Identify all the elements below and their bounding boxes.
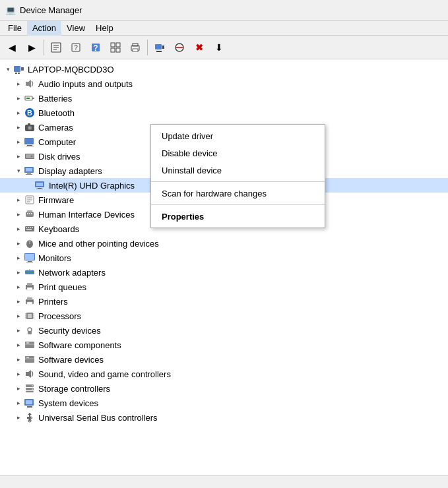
- svg-rect-9: [116, 43, 120, 47]
- svg-rect-45: [26, 174, 32, 175]
- svg-rect-101: [26, 372, 28, 376]
- label-softwaredevices: Software devices: [38, 355, 104, 365]
- scan-button[interactable]: [150, 38, 169, 57]
- expand-btn-processors[interactable]: ▸: [13, 311, 24, 321]
- print-button[interactable]: [126, 38, 144, 57]
- expand-btn-bluetooth[interactable]: ▸: [13, 107, 24, 118]
- label-root: LAPTOP-MQBCDD3O: [28, 65, 114, 75]
- tree-item-bluetooth[interactable]: ▸BBluetooth: [0, 106, 448, 120]
- label-audio: Audio inputs and outputs: [38, 79, 133, 89]
- svg-rect-94: [28, 331, 32, 334]
- tree-item-softwaredevices[interactable]: ▸Software devices: [0, 352, 448, 367]
- expand-btn-security[interactable]: ▸: [13, 325, 24, 336]
- uninstall-button[interactable]: ✖: [190, 38, 208, 57]
- context-separator-2: [151, 204, 325, 205]
- tree-item-mice[interactable]: ▸Mice and other pointing devices: [0, 236, 448, 251]
- app-title: Device Manager: [20, 5, 82, 15]
- icon-audio: [24, 78, 36, 90]
- tree-item-usb[interactable]: ▸Universal Serial Bus controllers: [0, 410, 448, 425]
- expand-btn-diskdrives[interactable]: ▸: [13, 151, 24, 162]
- properties-button[interactable]: [47, 38, 65, 57]
- tree-item-systemdevices[interactable]: ▸System devices: [0, 396, 448, 410]
- icon-printers: [24, 295, 36, 307]
- icon-sound: [24, 368, 36, 380]
- tree-item-networkadapters[interactable]: ▸Network adapters: [0, 265, 448, 280]
- svg-rect-21: [14, 66, 20, 72]
- tree-item-security[interactable]: ▸Security devices: [0, 323, 448, 338]
- svg-rect-35: [28, 123, 30, 125]
- expand-btn-root[interactable]: ▾: [3, 64, 13, 75]
- update-driver-button[interactable]: ?: [67, 38, 85, 57]
- expand-btn-audio[interactable]: ▸: [13, 78, 24, 89]
- label-printers: Printers: [38, 297, 68, 307]
- expand-btn-inteluhd[interactable]: [24, 180, 34, 191]
- label-systemdevices: System devices: [38, 398, 98, 408]
- expand-btn-cameras[interactable]: ▸: [13, 122, 24, 133]
- context-scan-hardware[interactable]: Scan for hardware changes: [151, 185, 325, 202]
- forward-button[interactable]: ▶: [22, 38, 41, 57]
- svg-rect-84: [27, 302, 32, 305]
- expand-btn-monitors[interactable]: ▸: [13, 253, 24, 263]
- expand-btn-computer[interactable]: ▸: [13, 137, 24, 147]
- viewmode-button[interactable]: [106, 38, 125, 57]
- tree-item-monitors[interactable]: ▸Monitors: [0, 251, 448, 265]
- expand-btn-softwarecomponents[interactable]: ▸: [13, 340, 24, 350]
- tree-item-processors[interactable]: ▸Processors: [0, 309, 448, 323]
- expand-btn-usb[interactable]: ▸: [13, 412, 24, 423]
- tree-item-audio[interactable]: ▸Audio inputs and outputs: [0, 76, 448, 91]
- expand-btn-printers[interactable]: ▸: [13, 296, 24, 307]
- label-processors: Processors: [38, 311, 81, 321]
- icon-computer: [24, 136, 36, 148]
- context-properties[interactable]: Properties: [151, 208, 325, 225]
- expand-btn-softwaredevices[interactable]: ▸: [13, 354, 24, 365]
- back-button[interactable]: ◀: [3, 38, 21, 57]
- tree-item-softwarecomponents[interactable]: ▸Software components: [0, 338, 448, 352]
- context-update-driver[interactable]: Update driver: [151, 127, 325, 144]
- expand-btn-batteries[interactable]: ▸: [13, 93, 24, 104]
- tree-item-printqueues[interactable]: ▸Print queues: [0, 280, 448, 294]
- down-button[interactable]: ⬇: [210, 38, 228, 57]
- expand-btn-storage[interactable]: ▸: [13, 383, 24, 394]
- svg-text:?: ?: [74, 44, 78, 51]
- expand-btn-systemdevices[interactable]: ▸: [13, 398, 24, 408]
- svg-rect-17: [156, 51, 159, 52]
- expand-btn-printqueues[interactable]: ▸: [13, 282, 24, 292]
- svg-rect-23: [15, 73, 17, 74]
- tree-item-batteries[interactable]: ▸Batteries: [0, 91, 448, 106]
- menu-help[interactable]: Help: [90, 21, 119, 36]
- icon-monitors: [24, 252, 36, 264]
- expand-btn-mice[interactable]: ▸: [13, 238, 24, 249]
- tree-item-root[interactable]: ▾LAPTOP-MQBCDD3O: [0, 62, 448, 76]
- menu-action[interactable]: Action: [27, 21, 61, 36]
- menu-view[interactable]: View: [61, 21, 90, 36]
- disable-button[interactable]: [170, 38, 189, 57]
- expand-btn-keyboards[interactable]: ▸: [13, 224, 24, 234]
- tree-item-storage[interactable]: ▸Storage controllers: [0, 381, 448, 396]
- label-monitors: Monitors: [38, 253, 71, 263]
- svg-rect-11: [116, 48, 120, 52]
- context-uninstall-device[interactable]: Uninstall device: [151, 162, 325, 179]
- tree-item-sound[interactable]: ▸Sound, video and game controllers: [0, 367, 448, 381]
- context-disable-device[interactable]: Disable device: [151, 144, 325, 162]
- svg-rect-36: [24, 138, 34, 144]
- expand-btn-networkadapters[interactable]: ▸: [13, 267, 24, 278]
- svg-rect-97: [26, 342, 29, 344]
- tree-item-printers[interactable]: ▸Printers: [0, 294, 448, 309]
- label-inteluhd: Intel(R) UHD Graphics: [49, 181, 135, 191]
- label-security: Security devices: [38, 326, 101, 336]
- status-bar: [0, 475, 448, 488]
- context-menu: Update driver Disable device Uninstall d…: [150, 124, 325, 228]
- expand-btn-sound[interactable]: ▸: [13, 369, 24, 379]
- icon-softwaredevices: [24, 353, 36, 365]
- menu-file[interactable]: File: [3, 21, 27, 36]
- expand-btn-displayadapters[interactable]: ▾: [13, 166, 24, 176]
- svg-rect-105: [26, 391, 34, 392]
- expand-btn-hid[interactable]: ▸: [13, 209, 24, 220]
- expand-btn-firmware[interactable]: ▸: [13, 195, 24, 205]
- help-button[interactable]: ?: [86, 38, 105, 57]
- svg-rect-60: [26, 227, 27, 228]
- svg-rect-109: [26, 400, 32, 404]
- label-keyboards: Keyboards: [38, 224, 79, 234]
- svg-rect-29: [26, 98, 30, 99]
- svg-rect-81: [27, 288, 32, 290]
